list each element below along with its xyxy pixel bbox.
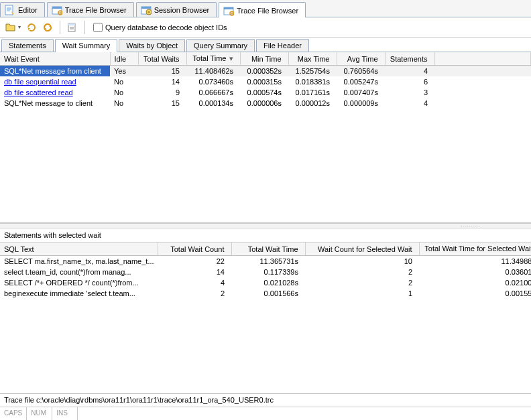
sub-tab-statements[interactable]: Statements: [1, 39, 54, 52]
statement-row[interactable]: select t.team_id, count(*)from manag...1…: [0, 267, 531, 277]
wait-cell: 9: [138, 87, 186, 98]
status-ins: INS: [52, 407, 78, 420]
statement-cell: 22: [158, 256, 231, 267]
wait-cell: 11.408462s: [186, 66, 240, 77]
statement-cell: 2: [158, 288, 231, 299]
wait-cell: No: [110, 98, 138, 109]
wait-col-total-time[interactable]: Total Time▾: [186, 52, 240, 66]
sort-desc-icon: ▾: [229, 54, 233, 63]
svg-rect-11: [68, 23, 75, 25]
wait-cell: 6: [385, 76, 434, 87]
status-caps: CAPS: [0, 407, 27, 420]
refresh-button[interactable]: [25, 21, 38, 34]
wait-col-statements[interactable]: Statements: [385, 52, 434, 66]
wait-cell: 4: [385, 66, 434, 77]
stmt-col-sql-text[interactable]: SQL Text: [0, 242, 158, 256]
wait-cell: SQL*Net message from client: [0, 66, 110, 77]
statement-cell: 11.365731s: [231, 256, 305, 267]
svg-rect-0: [5, 5, 13, 15]
statement-cell: 11.349887s: [419, 256, 531, 267]
wait-col-max-time[interactable]: Max Time: [288, 52, 337, 66]
statement-cell: beginexecute immediate 'select t.team...: [0, 288, 158, 299]
wait-cell: 0.000134s: [186, 98, 240, 109]
status-file-path: Trace file c:\oracle\diag\rdbms\ora11r1\…: [0, 393, 531, 407]
horizontal-splitter[interactable]: ··········: [0, 223, 531, 228]
wait-cell[interactable]: db file scattered read: [0, 87, 110, 98]
wait-row[interactable]: db file scattered readNo90.066667s0.0005…: [0, 87, 531, 98]
wait-col-idle[interactable]: Idle: [110, 52, 138, 66]
tab-icon: [52, 5, 62, 15]
wait-col-avg-time[interactable]: Avg Time: [337, 52, 385, 66]
statement-cell: 0.001554s: [419, 288, 531, 299]
wait-cell: 1.525754s: [288, 66, 337, 77]
wait-cell: Yes: [110, 66, 138, 77]
wait-cell: 4: [385, 98, 434, 109]
wait-cell: 0.000012s: [288, 98, 337, 109]
decode-ids-checkbox[interactable]: [93, 23, 103, 32]
statement-cell: 0.036014s: [419, 267, 531, 277]
doc-tab-1[interactable]: Trace File Browser: [47, 2, 134, 17]
svg-rect-2: [52, 7, 62, 9]
doc-tab-0[interactable]: Editor: [0, 2, 45, 17]
sub-tabs: StatementsWait SummaryWaits by ObjectQue…: [0, 38, 531, 52]
wait-cell: 0.000009s: [337, 98, 385, 109]
sub-tab-wait-summary[interactable]: Wait Summary: [55, 39, 118, 52]
wait-cell: 0.000006s: [240, 98, 288, 109]
stmt-col-total-wait-time-for-selected-wait[interactable]: Total Wait Time for Selected Wait▾: [419, 242, 531, 256]
svg-rect-5: [141, 7, 151, 9]
wait-cell: 3: [385, 87, 434, 98]
wait-col-total-waits[interactable]: Total Waits: [138, 52, 186, 66]
doc-tab-label: Trace File Browser: [237, 7, 298, 15]
statement-cell: 0.117339s: [231, 267, 305, 277]
doc-tab-label: Trace File Browser: [65, 6, 127, 14]
refresh-all-button[interactable]: [41, 21, 54, 34]
statements-grid: SQL TextTotal Wait CountTotal Wait TimeW…: [0, 242, 531, 393]
wait-row[interactable]: db file sequential readNo140.073460s0.00…: [0, 76, 531, 87]
sub-tab-waits-by-object[interactable]: Waits by Object: [119, 39, 185, 52]
sub-tab-query-summary[interactable]: Query Summary: [186, 39, 255, 52]
statement-row[interactable]: SELECT ma.first_name_tx, ma.last_name_t.…: [0, 256, 531, 267]
stmt-col-wait-count-for-selected-wait[interactable]: Wait Count for Selected Wait: [305, 242, 419, 256]
notes-button[interactable]: [66, 21, 79, 34]
wait-row[interactable]: SQL*Net message to clientNo150.000134s0.…: [0, 98, 531, 109]
statement-cell: 0.001566s: [231, 288, 305, 299]
svg-rect-8: [224, 7, 233, 9]
statements-table: SQL TextTotal Wait CountTotal Wait TimeW…: [0, 242, 531, 299]
tab-icon: [5, 5, 15, 15]
wait-cell: 0.018381s: [288, 76, 337, 87]
stmt-col-total-wait-count[interactable]: Total Wait Count: [158, 242, 231, 256]
wait-cell: 0.005247s: [337, 76, 385, 87]
doc-tab-2[interactable]: Session Browser: [136, 2, 217, 17]
wait-cell: 0.007407s: [337, 87, 385, 98]
statement-cell: 10: [305, 256, 419, 267]
wait-col-min-time[interactable]: Min Time: [240, 52, 288, 66]
toolbar: ▾ Query database to decode object IDs: [0, 17, 531, 38]
statement-row[interactable]: beginexecute immediate 'select t.team...…: [0, 288, 531, 299]
statement-cell: 2: [305, 277, 419, 288]
wait-row[interactable]: SQL*Net message from clientYes1511.40846…: [0, 66, 531, 77]
status-bar: CAPSNUMINS: [0, 407, 531, 420]
statement-cell: 0.021028s: [231, 277, 305, 288]
doc-tab-3[interactable]: Trace File Browser: [219, 2, 306, 17]
statement-cell: select t.team_id, count(*)from manag...: [0, 267, 158, 277]
decode-ids-checkbox-wrap[interactable]: Query database to decode object IDs: [93, 23, 227, 32]
tab-icon: [141, 5, 152, 15]
toolbar-separator: [84, 21, 85, 34]
wait-cell: No: [110, 87, 138, 98]
statement-cell: 4: [158, 277, 231, 288]
wait-cell: 14: [138, 76, 186, 87]
wait-cell: 15: [138, 98, 186, 109]
wait-cell: 0.000352s: [240, 66, 288, 77]
wait-cell[interactable]: db file sequential read: [0, 76, 110, 87]
statement-cell: 14: [158, 267, 231, 277]
statement-cell: 2: [305, 267, 419, 277]
stmt-col-total-wait-time[interactable]: Total Wait Time: [231, 242, 305, 256]
statement-row[interactable]: SELECT /*+ ORDERED */ count(*)from...40.…: [0, 277, 531, 288]
doc-tab-label: Session Browser: [154, 6, 210, 14]
sub-tab-file-header[interactable]: File Header: [256, 39, 309, 52]
wait-cell: 0.017161s: [288, 87, 337, 98]
statement-cell: SELECT ma.first_name_tx, ma.last_name_t.…: [0, 256, 158, 267]
wait-col-wait-event[interactable]: Wait Event: [0, 52, 110, 66]
toolbar-separator: [60, 21, 60, 34]
open-folder-button[interactable]: ▾: [4, 21, 22, 34]
